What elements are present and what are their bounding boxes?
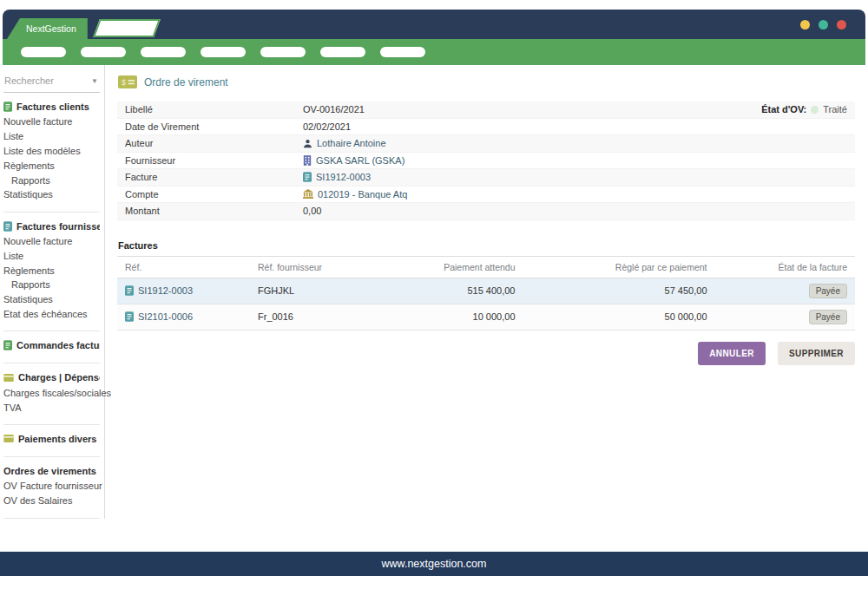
settled-amount-cell: 50 000,00 [523, 304, 715, 330]
sidebar-item[interactable]: Règlements [3, 158, 100, 173]
sidebar-item[interactable]: Charges fiscales/sociales [3, 385, 100, 400]
footer-url[interactable]: www.nextgestion.com [382, 558, 487, 570]
sidebar-section-title[interactable]: Commandes facturab... [3, 340, 100, 350]
detail-value-text: Lothaire Antoine [317, 138, 386, 148]
sidebar-section: Paiements divers [3, 425, 100, 457]
detail-label: Compte [125, 189, 303, 200]
table-header-row: Réf.Réf. fournisseurPaiement attenduRègl… [117, 256, 855, 278]
invoice-ref-link[interactable]: SI1912-0003 [125, 285, 242, 296]
transfer-order-icon: $ [118, 75, 137, 88]
chevron-down-icon: ▼ [91, 77, 98, 85]
nav-item-placeholder[interactable] [380, 47, 425, 57]
page-header: $ Ordre de virement [118, 75, 855, 88]
status-value: Traité [823, 104, 847, 115]
sidebar-section: Charges | Dépenses ...Charges fiscales/s… [3, 363, 100, 425]
minimize-dot[interactable] [800, 20, 810, 29]
sidebar-section-title[interactable]: Ordres de virements [3, 466, 100, 476]
sidebar-section-title[interactable]: Paiements divers [3, 434, 100, 444]
sidebar-section-label: Ordres de virements [3, 466, 96, 476]
active-tab-placeholder[interactable] [93, 19, 161, 37]
detail-label: Montant [125, 206, 303, 216]
sidebar-item[interactable]: Liste des modèles [3, 144, 100, 159]
nav-item-placeholder[interactable] [141, 47, 186, 57]
detail-row: AuteurLothaire Antoine [117, 135, 855, 153]
detail-value[interactable]: Lothaire Antoine [303, 138, 386, 148]
sidebar-section: Ordres de virementsOV Facture fournisseu… [3, 457, 100, 519]
detail-value-text: SI1912-0003 [316, 172, 371, 182]
sidebar-item[interactable]: Statistiques [3, 292, 100, 307]
search-input[interactable]: Rechercher ▼ [3, 73, 100, 93]
detail-value: 02/02/2021 [303, 121, 351, 132]
detail-label: Fournisseur [125, 155, 303, 166]
expected-payment-cell: 10 000,00 [412, 304, 523, 330]
sidebar-item[interactable]: OV Facture fournisseur [3, 479, 100, 494]
table-column-header: Paiement attendu [412, 256, 523, 278]
detail-value[interactable]: GSKA SARL (GSKA) [303, 155, 404, 166]
detail-label: Libellé [125, 104, 303, 115]
bank-icon [303, 189, 313, 199]
delete-button[interactable]: SUPPRIMER [778, 342, 855, 365]
sidebar-section-label: Charges | Dépenses ... [18, 372, 100, 383]
expected-payment-cell: 515 400,00 [412, 278, 523, 304]
nav-item-placeholder[interactable] [260, 47, 306, 57]
invoice-ref-text: SI2101-0006 [138, 311, 193, 322]
close-dot[interactable] [837, 20, 846, 29]
search-placeholder: Rechercher [4, 75, 54, 86]
content-area: Rechercher ▼ Factures clientsNouvelle fa… [0, 65, 868, 552]
sidebar-section: Factures clientsNouvelle factureListeLis… [3, 93, 100, 213]
sidebar-section-title[interactable]: Factures fournisseur [3, 221, 100, 232]
nav-item-placeholder[interactable] [81, 47, 126, 57]
sidebar-item[interactable]: Statistiques [3, 187, 100, 202]
sidebar-section: Commandes facturab... [3, 331, 100, 363]
nav-item-placeholder[interactable] [21, 47, 66, 57]
sidebar-section-label: Factures clients [16, 101, 89, 112]
table-row[interactable]: SI1912-0003FGHJKL515 400,0057 450,00Payé… [117, 278, 855, 304]
brand-tab[interactable]: NextGestion [7, 18, 88, 39]
brand-label: NextGestion [26, 23, 76, 34]
building-icon [303, 155, 312, 166]
detail-label: Auteur [125, 138, 303, 148]
detail-row: Montant0,00 [117, 203, 855, 220]
sidebar-item[interactable]: OV des Salaires [3, 494, 100, 508]
detail-value: 0,00 [303, 206, 321, 216]
sidebar-section-title[interactable]: Factures clients [3, 101, 100, 112]
detail-value: OV-0016/2021 [303, 104, 365, 115]
page-title: Ordre de virement [144, 76, 228, 88]
table-row[interactable]: SI2101-0006Fr_001610 000,0050 000,00Payé… [117, 304, 855, 330]
invoice-ref-link[interactable]: SI2101-0006 [125, 311, 242, 322]
sidebar-item[interactable]: Liste [3, 248, 100, 263]
nav-item-placeholder[interactable] [320, 47, 365, 57]
sidebar-item[interactable]: Rapports [3, 173, 100, 187]
payment-card-icon [3, 374, 14, 382]
sidebar-item[interactable]: Nouvelle facture [3, 115, 100, 129]
nav-item-placeholder[interactable] [201, 47, 246, 57]
supplier-ref-cell: Fr_0016 [250, 304, 412, 330]
action-buttons: ANNULER SUPPRIMER [117, 342, 855, 365]
detail-label: Date de Virement [125, 121, 303, 132]
sidebar-item[interactable]: Rapports [3, 278, 100, 292]
cancel-button[interactable]: ANNULER [698, 342, 766, 365]
invoice-icon [3, 101, 12, 112]
maximize-dot[interactable] [819, 20, 828, 29]
sidebar: Rechercher ▼ Factures clientsNouvelle fa… [0, 65, 105, 519]
sidebar-item[interactable]: Règlements [3, 263, 100, 278]
detail-value[interactable]: 012019 - Banque Atq [303, 189, 407, 200]
table-column-header: Réf. [117, 256, 250, 278]
status-label: État d'OV: [761, 104, 806, 115]
detail-row: Date de Virement02/02/2021 [117, 119, 855, 136]
detail-value-text: GSKA SARL (GSKA) [316, 155, 404, 166]
detail-value-text: 012019 - Banque Atq [318, 189, 407, 200]
detail-value[interactable]: SI1912-0003 [303, 172, 371, 182]
user-icon [303, 139, 312, 148]
footer: www.nextgestion.com [0, 552, 868, 576]
sidebar-section-title[interactable]: Charges | Dépenses ... [3, 372, 100, 383]
detail-value-text: 02/02/2021 [303, 121, 351, 132]
sidebar-item[interactable]: Liste [3, 129, 100, 144]
supplier-ref-cell: FGHJKL [250, 278, 412, 304]
sidebar-item[interactable]: Nouvelle facture [3, 234, 100, 249]
main-content: $ Ordre de virement LibelléOV-0016/2021É… [105, 65, 868, 365]
transfer-order-details: LibelléOV-0016/2021État d'OV:TraitéDate … [117, 101, 855, 220]
sidebar-item[interactable]: TVA [3, 400, 100, 415]
svg-text:$: $ [122, 78, 126, 87]
sidebar-item[interactable]: Etat des échéances [3, 307, 100, 322]
